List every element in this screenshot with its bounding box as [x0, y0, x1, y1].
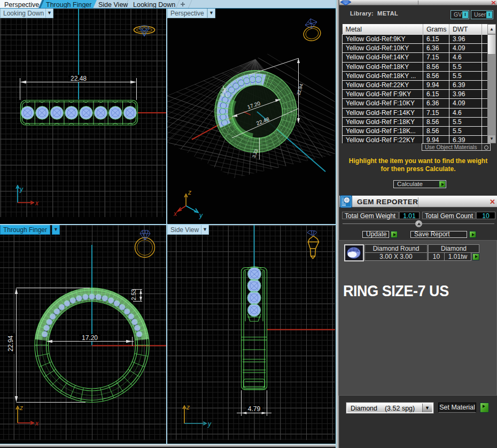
svg-text:2.53: 2.53 [130, 289, 137, 300]
svg-text:y: y [19, 186, 24, 193]
svg-text:x: x [173, 210, 177, 218]
svg-text:22.48: 22.48 [71, 75, 87, 82]
svg-text:z: z [19, 404, 23, 412]
svg-text:y: y [207, 420, 212, 428]
svg-text:x: x [35, 199, 39, 207]
svg-text:22.94: 22.94 [7, 335, 14, 351]
svg-text:Perspective: Perspective [4, 1, 39, 9]
svg-text:z: z [186, 404, 190, 411]
svg-text:z: z [188, 189, 191, 196]
svg-text:y: y [199, 212, 203, 219]
svg-text:17.20: 17.20 [82, 334, 98, 342]
svg-text:x: x [35, 420, 39, 427]
svg-text:4.79: 4.79 [248, 405, 261, 413]
svg-text:Through Finger: Through Finger [46, 1, 91, 9]
svg-text:Side View: Side View [98, 1, 128, 9]
svg-text:Looking Down: Looking Down [133, 1, 175, 9]
